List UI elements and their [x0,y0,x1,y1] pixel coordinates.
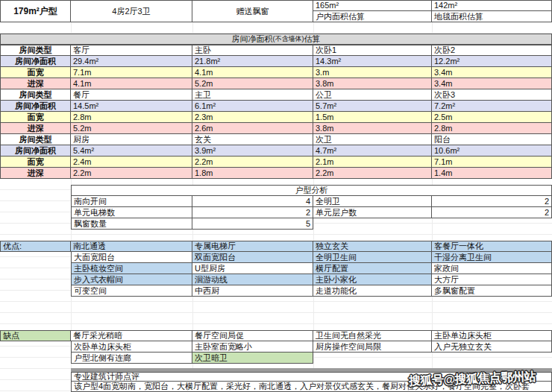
depth-cell[interactable]: 1.4m [432,168,552,179]
pro-item-cell[interactable]: 中西厨 [192,285,313,297]
con-item-cell[interactable]: 入户无独立玄关 [432,341,552,353]
pro-item-cell[interactable]: 干湿分离卫生间 [432,252,552,263]
pro-item-cell[interactable]: 全明卫生间 [313,252,432,263]
pro-item-cell[interactable]: U型厨房 [192,263,313,274]
width-cell[interactable]: 2.8m [71,112,192,123]
depth-cell[interactable]: 2.8m [432,123,552,134]
row-label-net-area[interactable]: 房间净面积 [0,56,71,67]
row-label-net-area[interactable]: 房间净面积 [0,145,71,157]
carpet-area-label-cell[interactable]: 地毯面积估算 [432,11,552,22]
net-area-cell[interactable]: 7.2m² [432,101,552,112]
depth-cell[interactable]: 1.8m [192,168,313,179]
room-name-cell[interactable]: 玄关 [192,134,313,145]
width-cell[interactable]: 7.1m [432,157,552,168]
depth-cell[interactable]: 3.8m [313,123,432,134]
row-label-room-type[interactable]: 房间类型 [0,134,71,145]
analysis-label-cell[interactable]: 全明卫 [313,196,432,207]
pro-item-cell[interactable]: 多飘窗配置 [432,285,552,297]
analysis-label-cell[interactable]: 单元层户数 [313,207,432,218]
con-item-cell[interactable]: 次卫暗卫 [192,353,313,364]
cons-label-cell[interactable]: 缺点 [0,330,71,341]
analysis-label-cell[interactable]: 飘窗数量 [71,218,192,230]
net-area-cell[interactable]: 6.1m² [192,101,313,112]
width-cell[interactable]: 2.5m [432,112,552,123]
net-area-cell[interactable]: 21.8m² [192,56,313,67]
con-item-cell[interactable]: 户型北侧有连廊 [71,353,192,364]
pro-item-cell[interactable]: 专属电梯厅 [192,241,313,252]
unit-type-cell[interactable]: 179m²户型 [0,0,71,22]
width-cell[interactable]: 1.5m [313,112,432,123]
analysis-label-cell[interactable]: 南向开间 [71,196,192,207]
bonus-bay-window-cell[interactable]: 赠送飘窗 [192,0,313,22]
net-area-cell[interactable]: 29.4m² [71,56,192,67]
analysis-label-cell[interactable]: 单元电梯数 [71,207,192,218]
con-item-cell[interactable]: 卫生间无自然采光 [313,330,432,341]
layout-cell[interactable]: 4房2厅3卫 [71,0,192,22]
indoor-area-cell[interactable]: 165m² [313,0,432,11]
room-name-cell[interactable]: 次卧2 [432,45,552,56]
con-item-cell[interactable]: 主卧单边床头柜 [432,330,552,341]
pro-item-cell[interactable]: 洄游动线 [192,274,313,285]
pro-item-cell[interactable]: 家政间 [432,263,552,274]
con-item-cell[interactable]: 次卧单边床头柜 [71,341,192,353]
room-name-cell[interactable]: 次卧1 [313,45,432,56]
row-label-depth[interactable]: 进深 [0,78,71,89]
net-area-cell[interactable]: 3.9m² [192,145,313,157]
net-area-cell[interactable]: 5.7m² [313,101,432,112]
width-cell[interactable]: 2.4m [71,157,192,168]
analysis-value-cell[interactable]: 5 [192,218,313,230]
pro-item-cell[interactable]: 主卧小家化 [313,274,432,285]
con-item-cell[interactable]: 餐厅采光稍暗 [71,330,192,341]
width-cell[interactable]: 2.2m [192,157,313,168]
room-name-cell[interactable]: 厨房 [71,134,192,145]
net-area-cell[interactable]: 14.5m² [71,101,192,112]
width-cell[interactable]: 3.4m [432,67,552,78]
pros-label-cell[interactable]: 优点: [0,241,71,252]
depth-cell[interactable]: 2.6m [192,123,313,134]
pro-item-cell[interactable]: 步入式衣帽间 [71,274,192,285]
room-name-cell[interactable]: 次卫 [313,134,432,145]
indoor-area-label-cell[interactable]: 户内面积估算 [313,11,432,22]
net-area-cell[interactable]: 14.3m² [313,56,432,67]
depth-cell[interactable]: 2.2m [71,168,192,179]
row-label-room-type[interactable]: 房间类型 [0,89,71,101]
room-name-cell[interactable]: 公卫 [313,89,432,101]
row-label-room-type[interactable]: 房间类型 [0,45,71,56]
room-name-cell[interactable]: 次卧3 [432,89,552,101]
row-label-depth[interactable]: 进深 [0,168,71,179]
depth-cell[interactable]: 5.2m [71,123,192,134]
pro-item-cell[interactable]: 双面宽阳台 [192,252,313,263]
depth-cell[interactable]: 4.1m [71,78,192,89]
room-name-cell[interactable]: 客厅 [71,45,192,56]
con-item-cell[interactable]: 厨房操作空间局限 [313,341,432,353]
pro-item-cell[interactable]: 大面宽阳台 [71,252,192,263]
width-cell[interactable]: 4.1m [192,67,313,78]
pro-item-cell[interactable]: 客餐厅一体化 [432,241,552,252]
pro-item-cell[interactable]: 可变空间 [71,285,192,297]
analysis-value-cell[interactable]: 2 [432,196,552,207]
pro-item-cell[interactable]: 南北通透 [71,241,192,252]
con-item-cell[interactable]: 主卧室面宽略小 [192,341,313,353]
room-name-cell[interactable]: 餐厅 [71,89,192,101]
carpet-area-cell[interactable]: 142m² [432,0,552,11]
depth-cell[interactable]: 2.2m [313,168,432,179]
width-cell[interactable]: 7.1m [71,67,192,78]
width-cell[interactable]: 2.1m [313,157,432,168]
room-name-cell[interactable]: 主卧 [192,45,313,56]
pro-item-cell[interactable]: 主卧梳妆空间 [71,263,192,274]
width-cell[interactable]: 3.m [313,67,432,78]
depth-cell[interactable]: 3.4m [432,78,552,89]
con-item-cell[interactable]: 餐厅空间局促 [192,330,313,341]
analysis-value-cell[interactable]: 2 [192,207,313,218]
net-area-cell[interactable]: 5.4m² [71,145,192,157]
room-name-cell[interactable]: 阳台 [432,134,552,145]
room-name-cell[interactable]: 主卫 [192,89,313,101]
pro-item-cell[interactable]: 大方厅 [432,274,552,285]
row-label-width[interactable]: 面宽 [0,157,71,168]
width-cell[interactable]: 2.3m [192,112,313,123]
row-label-width[interactable]: 面宽 [0,112,71,123]
net-area-cell[interactable]: 12.2m² [432,56,552,67]
pro-item-cell[interactable]: 独立玄关 [313,241,432,252]
analysis-value-cell[interactable]: 4 [192,196,313,207]
net-area-cell[interactable]: 4.7m² [313,145,432,157]
